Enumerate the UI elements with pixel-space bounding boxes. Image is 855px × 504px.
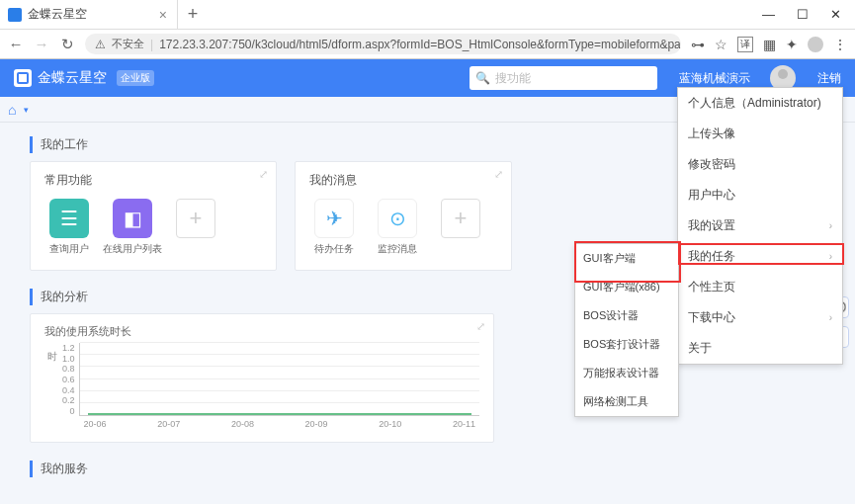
card-usage-chart: ⤢ 我的使用系统时长 时 1.21.00.80.60.40.20 20-0620… bbox=[30, 313, 494, 443]
plane-icon: ✈ bbox=[314, 199, 354, 238]
highlight-box bbox=[678, 243, 844, 265]
profile-icon[interactable] bbox=[808, 37, 823, 52]
menu-personal-home[interactable]: 个性主页 bbox=[678, 272, 842, 302]
back-icon[interactable]: ← bbox=[8, 36, 24, 52]
maximize-icon[interactable]: ☐ bbox=[797, 7, 809, 22]
search-placeholder: 搜功能 bbox=[495, 70, 531, 87]
menu-about[interactable]: 关于 bbox=[678, 333, 842, 364]
more-icon[interactable]: ⋮ bbox=[833, 37, 847, 52]
menu-change-password[interactable]: 修改密码 bbox=[678, 149, 842, 180]
browser-tab[interactable]: 金蝶云星空 × bbox=[0, 0, 178, 29]
add-tile-button[interactable]: + bbox=[436, 199, 485, 238]
chevron-right-icon: › bbox=[829, 220, 832, 231]
tile-todo[interactable]: ✈ 待办任务 bbox=[309, 199, 359, 256]
tab-title: 金蝶云星空 bbox=[28, 6, 87, 23]
chart-plot: 20-0620-0720-0820-0920-1020-11 bbox=[79, 343, 479, 416]
search-input[interactable]: 🔍 搜功能 bbox=[470, 66, 657, 90]
close-tab-icon[interactable]: × bbox=[159, 7, 167, 23]
tile-label: 监控消息 bbox=[378, 242, 417, 256]
card-title: 我的消息 bbox=[309, 172, 497, 189]
org-link[interactable]: 蓝海机械演示 bbox=[679, 70, 750, 87]
search-icon: 🔍 bbox=[475, 71, 490, 85]
forward-icon[interactable]: → bbox=[34, 36, 49, 52]
card-my-messages: ⤢ 我的消息 ✈ 待办任务 ⊙ 监控消息 + bbox=[295, 161, 512, 271]
favicon-icon bbox=[8, 8, 22, 22]
menu-my-settings[interactable]: 我的设置› bbox=[678, 210, 842, 241]
logout-link[interactable]: 注销 bbox=[817, 70, 841, 87]
chart-series-line bbox=[88, 413, 471, 415]
tile-label: 查询用户 bbox=[49, 242, 89, 256]
user-menu: 个人信息（Administrator) 上传头像 修改密码 用户中心 我的设置›… bbox=[677, 87, 843, 365]
puzzle-icon[interactable]: ✦ bbox=[786, 37, 798, 52]
minimize-icon[interactable]: — bbox=[762, 7, 775, 22]
insecure-icon: ⚠ bbox=[95, 38, 106, 51]
tile-icon: ☰ bbox=[49, 199, 89, 238]
home-icon[interactable]: ⌂ bbox=[8, 102, 16, 118]
pulse-icon: ⊙ bbox=[378, 199, 417, 238]
menu-download-center[interactable]: 下载中心› bbox=[678, 302, 842, 333]
highlight-box bbox=[574, 241, 681, 283]
dl-bos-designer[interactable]: BOS设计器 bbox=[575, 301, 678, 330]
card-title: 常用功能 bbox=[44, 172, 262, 189]
apps-icon[interactable]: ▦ bbox=[763, 37, 776, 52]
insecure-label: 不安全 bbox=[112, 37, 144, 51]
x-ticks: 20-0620-0720-0820-0920-1020-11 bbox=[80, 419, 479, 429]
address-bar[interactable]: ⚠ 不安全 | 172.23.3.207:750/k3cloud/html5/d… bbox=[85, 34, 681, 54]
logo-text: 金蝶云星空 bbox=[38, 69, 107, 87]
y-axis-label: 时 bbox=[44, 343, 58, 428]
chevron-right-icon: › bbox=[829, 312, 832, 323]
menu-upload-avatar[interactable]: 上传头像 bbox=[678, 119, 842, 149]
key-icon[interactable]: ⊶ bbox=[691, 37, 705, 52]
dl-bos-print-designer[interactable]: BOS套打设计器 bbox=[575, 330, 678, 359]
add-tile-button[interactable]: + bbox=[171, 199, 220, 238]
edition-badge: 企业版 bbox=[117, 70, 154, 86]
y-ticks: 1.21.00.80.60.40.20 bbox=[62, 343, 75, 428]
section-my-service: 我的服务 bbox=[30, 461, 825, 477]
card-common-functions: ⤢ 常用功能 ☰ 查询用户 ◧ 在线用户列表 + bbox=[30, 161, 277, 271]
app-logo[interactable]: 金蝶云星空 企业版 bbox=[14, 69, 154, 87]
close-window-icon[interactable]: ✕ bbox=[830, 7, 841, 22]
menu-profile[interactable]: 个人信息（Administrator) bbox=[678, 88, 842, 119]
dl-report-designer[interactable]: 万能报表设计器 bbox=[575, 359, 678, 387]
expand-icon[interactable]: ⤢ bbox=[476, 320, 485, 333]
tile-label: 在线用户列表 bbox=[103, 242, 162, 256]
chart-title: 我的使用系统时长 bbox=[44, 324, 479, 339]
tile-query-user[interactable]: ☰ 查询用户 bbox=[44, 199, 94, 256]
tile-label: 待办任务 bbox=[314, 242, 354, 256]
menu-user-center[interactable]: 用户中心 bbox=[678, 180, 842, 210]
tile-monitor[interactable]: ⊙ 监控消息 bbox=[373, 199, 422, 256]
tile-icon: ◧ bbox=[113, 199, 152, 238]
new-tab-button[interactable]: + bbox=[178, 0, 208, 29]
dl-network-tool[interactable]: 网络检测工具 bbox=[575, 387, 678, 416]
expand-icon[interactable]: ⤢ bbox=[494, 168, 503, 181]
tile-online-users[interactable]: ◧ 在线用户列表 bbox=[108, 199, 157, 256]
expand-icon[interactable]: ⤢ bbox=[259, 168, 268, 181]
star-icon[interactable]: ☆ bbox=[715, 37, 727, 52]
url-text: 172.23.3.207:750/k3cloud/html5/dform.asp… bbox=[159, 38, 681, 51]
logo-icon bbox=[14, 69, 32, 87]
translate-icon[interactable]: 译 bbox=[737, 37, 753, 52]
reload-icon[interactable]: ↻ bbox=[59, 36, 75, 53]
chevron-down-icon[interactable]: ▾ bbox=[24, 105, 29, 115]
